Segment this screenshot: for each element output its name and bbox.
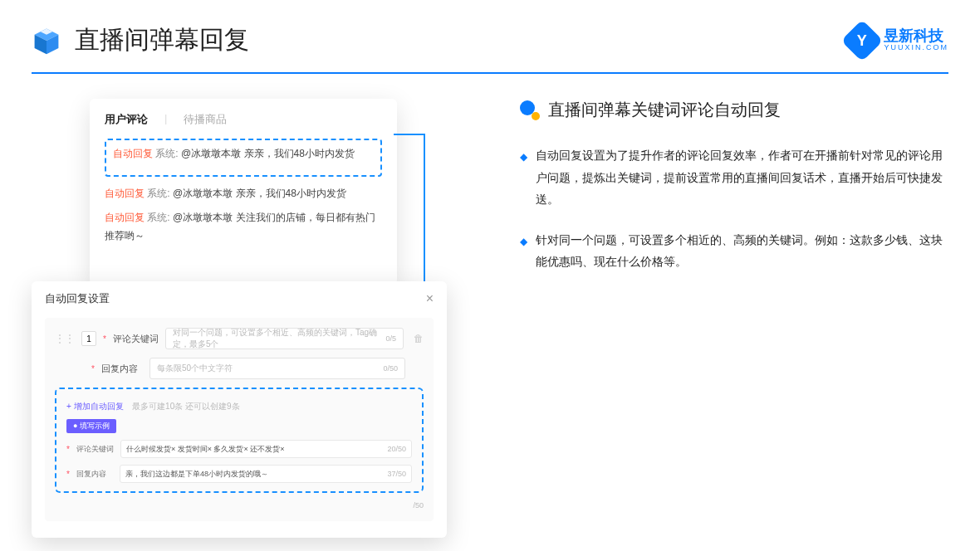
keyword-count: 0/5 <box>385 334 396 343</box>
highlighted-comment: 自动回复 系统: @冰墩墩本墩 亲亲，我们48小时内发货 <box>105 139 382 177</box>
system-label: 系统: <box>155 148 178 159</box>
auto-reply-tag: 自动回复 <box>105 212 145 223</box>
settings-title: 自动回复设置 <box>45 291 110 306</box>
tabs: 用户评论 | 待播商品 <box>105 112 382 127</box>
brand-cn: 昱新科技 <box>884 28 948 45</box>
example-reply-text: 亲，我们这边都是下单48小时内发货的哦～ <box>125 469 268 480</box>
placeholder: 对同一个问题，可设置多个相近、高频的关键词，Tag确定，最多5个 <box>173 327 386 350</box>
system-label: 系统: <box>147 212 169 223</box>
reply-input[interactable]: 每条限50个中文字符 0/50 <box>149 358 405 379</box>
right-column: 直播间弹幕关键词评论自动回复 ◆ 自动回复设置为了提升作者的评论回复效率，作者可… <box>497 99 948 514</box>
keyword-label: 评论关键词 <box>113 333 159 345</box>
comments-card: 用户评论 | 待播商品 自动回复 系统: @冰墩墩本墩 亲亲，我们48小时内发货… <box>90 99 397 285</box>
left-column: 用户评论 | 待播商品 自动回复 系统: @冰墩墩本墩 亲亲，我们48小时内发货… <box>32 99 463 514</box>
auto-reply-tag: 自动回复 <box>113 148 153 159</box>
delete-icon[interactable]: 🗑 <box>414 333 424 344</box>
rule-number: 1 <box>81 331 96 346</box>
body: 用户评论 | 待播商品 自动回复 系统: @冰墩墩本墩 亲亲，我们48小时内发货… <box>0 74 980 514</box>
bullet-text: 针对同一个问题，可设置多个相近的、高频的关键词。例如：这款多少钱、这块能优惠吗、… <box>536 229 948 273</box>
required-star: * <box>66 445 70 454</box>
example-reply-row: * 回复内容 亲，我们这边都是下单48小时内发货的哦～ 37/50 <box>66 465 412 483</box>
reply-label: 回复内容 <box>101 363 143 375</box>
keyword-input[interactable]: 对同一个问题，可设置多个相近、高频的关键词，Tag确定，最多5个 0/5 <box>165 328 404 349</box>
reply-row: * 回复内容 每条限50个中文字符 0/50 <box>55 358 424 379</box>
settings-body: ⋮⋮ 1 * 评论关键词 对同一个问题，可设置多个相近、高频的关键词，Tag确定… <box>45 318 434 521</box>
example-reply-input[interactable]: 亲，我们这边都是下单48小时内发货的哦～ 37/50 <box>120 465 412 483</box>
bullet-text: 自动回复设置为了提升作者的评论回复效率，作者可在开播前针对常见的评论用户问题，提… <box>536 144 948 211</box>
comment-3: 自动回复 系统: @冰墩墩本墩 关注我们的店铺，每日都有热门推荐哟～ <box>105 209 382 245</box>
page-title: 直播间弹幕回复 <box>75 23 249 57</box>
diamond-icon: ◆ <box>520 232 527 273</box>
drag-icon[interactable]: ⋮⋮ <box>55 333 75 344</box>
comment-text: @冰墩墩本墩 亲亲，我们48小时内发货 <box>181 148 355 159</box>
cube-icon <box>32 26 61 56</box>
brand-logo: Y 昱新科技 YUUXIN.COM <box>847 26 948 56</box>
comment-1: 自动回复 系统: @冰墩墩本墩 亲亲，我们48小时内发货 <box>113 145 374 163</box>
auto-reply-tag: 自动回复 <box>105 188 145 199</box>
close-icon[interactable]: × <box>426 291 434 306</box>
example-keyword-input[interactable]: 什么时候发货× 发货时间× 多久发货× 还不发货× 20/50 <box>120 440 412 458</box>
brand-icon: Y <box>841 19 884 61</box>
outer-count: /50 <box>413 501 424 510</box>
reply-count: 0/50 <box>383 364 398 373</box>
bullet-2: ◆ 针对同一个问题，可设置多个相近的、高频的关键词。例如：这款多少钱、这块能优惠… <box>520 229 948 273</box>
example-reply-label: 回复内容 <box>76 469 113 480</box>
brand-en: YUUXIN.COM <box>884 44 948 52</box>
comment-text: @冰墩墩本墩 关注我们的店铺，每日都有热门推荐哟～ <box>105 212 375 241</box>
header-left: 直播间弹幕回复 <box>32 23 249 57</box>
settings-header: 自动回复设置 × <box>45 291 434 313</box>
brand-text: 昱新科技 YUUXIN.COM <box>884 28 948 53</box>
comment-2: 自动回复 系统: @冰墩墩本墩 亲亲，我们48小时内发货 <box>105 185 382 203</box>
required-star: * <box>66 470 70 479</box>
example-badge: ● 填写示例 <box>66 419 116 433</box>
header: 直播间弹幕回复 Y 昱新科技 YUUXIN.COM <box>0 0 980 57</box>
example-keyword-label: 评论关键词 <box>76 444 114 455</box>
settings-card: 自动回复设置 × ⋮⋮ 1 * 评论关键词 对同一个问题，可设置多个相近、高频的… <box>32 281 447 538</box>
diamond-icon: ◆ <box>520 148 527 211</box>
required-star: * <box>103 334 106 344</box>
add-row: + 增加自动回复 最多可建10条 还可以创建9条 <box>66 397 412 412</box>
add-auto-reply-link[interactable]: + 增加自动回复 <box>66 402 124 411</box>
example-keyword-count: 20/50 <box>387 445 406 453</box>
dots-icon <box>520 100 540 120</box>
example-block: + 增加自动回复 最多可建10条 还可以创建9条 ● 填写示例 * 评论关键词 … <box>55 388 424 493</box>
section-title: 直播间弹幕关键词评论自动回复 <box>548 99 781 121</box>
tab-separator: | <box>164 112 167 127</box>
keyword-row: ⋮⋮ 1 * 评论关键词 对同一个问题，可设置多个相近、高频的关键词，Tag确定… <box>55 328 424 349</box>
system-label: 系统: <box>147 188 169 199</box>
add-hint: 最多可建10条 还可以创建9条 <box>132 402 239 411</box>
tab-pending-products[interactable]: 待播商品 <box>184 112 227 127</box>
required-star: * <box>91 364 95 373</box>
bullet-1: ◆ 自动回复设置为了提升作者的评论回复效率，作者可在开播前针对常见的评论用户问题… <box>520 144 948 211</box>
example-chips: 什么时候发货× 发货时间× 多久发货× 还不发货× <box>126 444 285 455</box>
example-reply-count: 37/50 <box>387 470 406 478</box>
tab-user-comments[interactable]: 用户评论 <box>105 112 148 127</box>
comment-text: @冰墩墩本墩 亲亲，我们48小时内发货 <box>173 188 346 199</box>
example-keyword-row: * 评论关键词 什么时候发货× 发货时间× 多久发货× 还不发货× 20/50 <box>66 440 412 458</box>
placeholder: 每条限50个中文字符 <box>157 363 233 374</box>
section-header: 直播间弹幕关键词评论自动回复 <box>520 99 948 121</box>
